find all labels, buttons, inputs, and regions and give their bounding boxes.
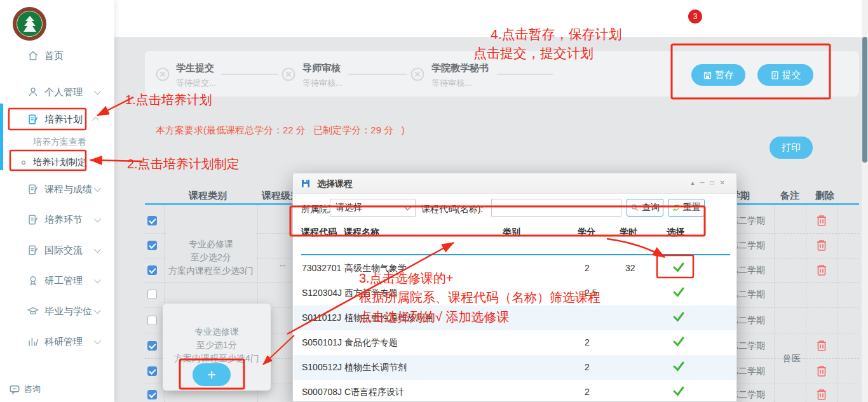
plan-requirement-text: 本方案要求(最低课程总学分：22 分 已制定学分：29 分 ) xyxy=(156,124,405,137)
course-name: C语言程序设计 xyxy=(344,387,404,398)
note-cell: 兽医 xyxy=(780,353,803,365)
course-code: S011012J xyxy=(302,312,341,323)
select-course-check[interactable] xyxy=(672,262,685,273)
close-icon[interactable]: ✕ xyxy=(720,178,725,187)
chevron-down-icon xyxy=(94,307,101,314)
notification-badge: 3 xyxy=(688,10,702,23)
step-title: 导师审核 xyxy=(302,62,341,74)
sidebar-item-research[interactable]: 科研管理 xyxy=(0,331,114,352)
print-button[interactable]: 打印 xyxy=(770,137,813,159)
sidebar-item-training-plan[interactable]: 培养计划 xyxy=(0,109,114,130)
course-row: S120304J 西方哲学专题 2.5 xyxy=(294,281,737,305)
row-checkbox[interactable] xyxy=(147,290,157,299)
notification-count: 3 xyxy=(693,12,698,21)
sidebar-item-label: 个人管理 xyxy=(44,86,83,98)
course-code: S100512J xyxy=(302,362,342,372)
course-name: 食品化学专题 xyxy=(344,337,398,349)
course-code: S050101J xyxy=(302,337,342,347)
reset-label: 重置 xyxy=(683,202,701,213)
mcol-credit: 学分 xyxy=(578,227,595,238)
sidebar-item-graduation-degree[interactable]: 毕业与学位 xyxy=(0,300,114,322)
course-name: 西方哲学专题 xyxy=(344,288,398,299)
sidebar-item-label: 培养环节 xyxy=(44,214,83,226)
submit-button[interactable]: 提交 xyxy=(757,64,813,86)
sidebar-item-training-links[interactable]: 培养环节 xyxy=(0,209,114,231)
home-icon xyxy=(27,50,39,62)
delete-icon[interactable] xyxy=(816,214,827,227)
sidebar: 首页 个人管理 培养计划 培养方案查看 培养计划制定 课程与成绩 培养环节 xyxy=(0,0,114,402)
course-credit: 2 xyxy=(585,337,590,347)
chevron-up-icon xyxy=(92,117,99,124)
floppy-icon xyxy=(703,70,712,80)
sidebar-item-graduate-affairs[interactable]: 研工管理 xyxy=(0,270,114,291)
course-row: 73032701 高级生物气象学 2 32 xyxy=(294,256,737,281)
row-checkbox[interactable] xyxy=(147,341,157,351)
search-button[interactable]: 查询 xyxy=(627,199,663,217)
step-connector xyxy=(497,74,553,75)
course-code-input[interactable] xyxy=(491,199,621,217)
minimize-icon[interactable]: ─ xyxy=(700,178,704,187)
chevron-down-icon xyxy=(405,204,411,211)
course-code: S120304J xyxy=(302,288,342,298)
row-checkbox[interactable] xyxy=(147,316,157,325)
bullet-icon xyxy=(22,161,25,164)
course-row: S100512J 植物生长调节剂 2 xyxy=(294,355,737,380)
select-course-check[interactable] xyxy=(672,385,685,397)
chevron-down-icon xyxy=(94,337,101,344)
sidebar-subitem-plan-view[interactable]: 培养方案查看 xyxy=(0,134,114,151)
select-course-check[interactable] xyxy=(672,286,685,298)
sidebar-subitem-label: 培养计划制定 xyxy=(33,157,86,168)
course-name: 植物抗虫性原理及应用 xyxy=(344,312,433,324)
select-course-check[interactable] xyxy=(672,361,685,372)
consult-label: 咨询 xyxy=(24,384,41,395)
step-pending-icon xyxy=(410,67,424,81)
row-checkbox[interactable] xyxy=(147,216,157,225)
print-label: 打印 xyxy=(782,142,801,154)
modal-titlebar[interactable]: 选择课程 ▴ ─ □ ✕ xyxy=(293,173,736,194)
sidebar-item-international[interactable]: 国际交流 xyxy=(0,239,114,261)
popover-line: 专业选修课 xyxy=(163,325,271,338)
course-code: 73032701 xyxy=(302,263,341,273)
column-divider xyxy=(837,205,838,402)
step-status: 等待审核... xyxy=(431,77,471,89)
scrollbar-thumb[interactable] xyxy=(862,37,867,163)
chevron-down-icon xyxy=(94,276,101,283)
save-draft-label: 暂存 xyxy=(715,69,734,81)
sidebar-subitem-plan-make[interactable]: 培养计划制定 xyxy=(0,154,114,171)
maximize-icon[interactable]: □ xyxy=(710,178,714,187)
row-checkbox[interactable] xyxy=(147,265,157,275)
collapse-icon[interactable]: ▴ xyxy=(691,178,694,187)
add-elective-button[interactable]: + xyxy=(193,363,231,386)
column-divider xyxy=(774,205,775,402)
chevron-down-icon xyxy=(94,185,101,192)
chart-icon xyxy=(27,335,39,348)
select-course-check[interactable] xyxy=(672,336,685,347)
document-icon xyxy=(27,213,39,226)
delete-icon[interactable] xyxy=(816,365,827,377)
mcol-hours: 学时 xyxy=(620,227,637,238)
row-checkbox[interactable] xyxy=(147,390,157,399)
window-controls: ▴ ─ □ ✕ xyxy=(691,178,725,187)
reset-button[interactable]: 重置 xyxy=(668,199,705,217)
department-select[interactable]: 请选择 xyxy=(330,199,416,217)
delete-icon[interactable] xyxy=(816,239,827,251)
row-checkbox[interactable] xyxy=(147,241,157,250)
sidebar-item-courses-grades[interactable]: 课程与成绩 xyxy=(0,178,114,200)
step-connector xyxy=(348,74,407,75)
step-title: 学院教学秘书 xyxy=(431,62,489,74)
sidebar-item-home[interactable]: 首页 xyxy=(0,45,114,67)
delete-icon[interactable] xyxy=(816,264,827,276)
sidebar-consult-button[interactable]: 咨询 xyxy=(9,384,41,395)
university-logo xyxy=(13,7,46,41)
select-course-check[interactable] xyxy=(672,311,685,323)
step-status: 等待提交... xyxy=(176,77,216,89)
delete-icon[interactable] xyxy=(816,339,827,352)
save-draft-button[interactable]: 暂存 xyxy=(691,64,745,86)
app-root: 首页 个人管理 培养计划 培养方案查看 培养计划制定 课程与成绩 培养环节 xyxy=(0,0,868,402)
course-name: 植物生长调节剂 xyxy=(344,362,407,373)
sidebar-item-personal[interactable]: 个人管理 xyxy=(0,81,114,103)
column-header-note: 备注 xyxy=(780,190,799,202)
search-label: 查询 xyxy=(642,202,660,213)
row-checkbox[interactable] xyxy=(147,366,157,376)
delete-icon[interactable] xyxy=(816,388,827,401)
